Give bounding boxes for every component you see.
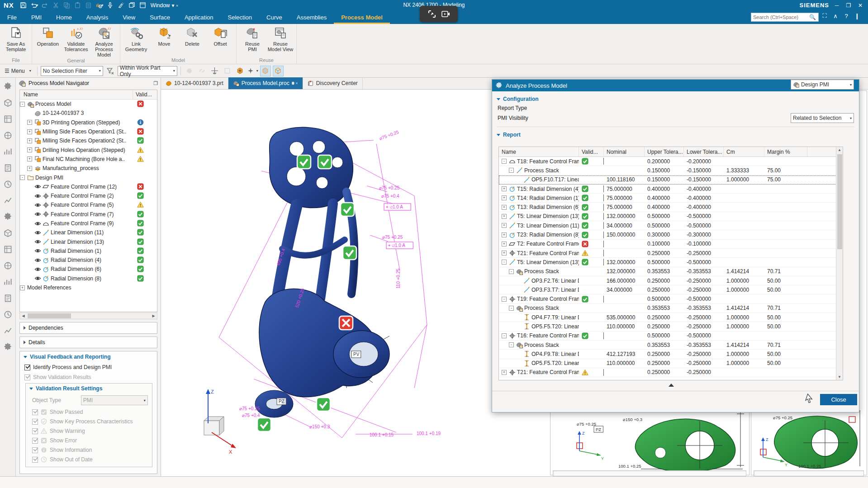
gfx-tab-1[interactable]: Process Model.proc [228,77,303,89]
point-constructor-icon[interactable]: ▾ [247,66,258,76]
window-cascade-icon[interactable] [127,1,137,10]
report-expand-toggle[interactable]: + [502,223,507,228]
wireframe-view-icon[interactable] [273,66,284,76]
report-row[interactable]: -Process Stack 132.000000 0.353553 -0.35… [499,267,843,276]
ribbon-tab-analysis[interactable]: Analysis [79,11,115,24]
report-expand-toggle[interactable]: - [509,306,514,311]
graphics-viewport-main[interactable]: ⌀75 +0.25⌀75 +0.4⌖ ⌀1.0 A⌀75 +0.25⌖ ⌀1.0… [161,90,549,476]
ribbon-tab-pmi[interactable]: PMI [24,11,49,24]
undock-icon[interactable]: ❐ [153,81,158,86]
dependencies-section[interactable]: Dependencies [19,322,157,334]
fullscreen-icon[interactable]: ⛶ [821,12,829,19]
tree-row[interactable]: Linear Dimension (13) [20,237,157,246]
tree-row[interactable]: -Design PMI [20,173,157,182]
command-finder-icon[interactable]: ❙ [853,13,861,19]
minimize-ribbon-icon[interactable]: ∧ [831,13,840,19]
snip-icon[interactable] [427,9,436,19]
report-row[interactable]: OP5.F10.T17: Linear ... 100.118160 0.150… [499,175,843,185]
point-on-cube-icon[interactable] [235,66,246,76]
interpart-link-icon[interactable] [197,66,208,76]
report-expand-toggle[interactable]: - [509,168,514,173]
search-input[interactable] [751,14,809,20]
close-window-button[interactable]: ✕ [854,0,866,10]
report-expand-toggle[interactable]: + [502,242,507,246]
resource-bar-icon-7[interactable] [4,180,12,189]
report-row[interactable]: OP3.F2.T6: Linear Di... 166.000000 0.250… [499,276,843,285]
snap-point-icon[interactable] [209,66,220,76]
report-row[interactable]: -Process Stack 0.353553 -0.353553 1.4142… [499,304,843,313]
report-row[interactable]: +T14: Radial Dimension (1) 75.000000 0.4… [499,194,843,203]
tree-row[interactable]: +Drilling Holes Operation (Stepped) [20,145,157,154]
report-row[interactable]: +T5: Linear Dimension (13) 132.000000 0.… [499,212,843,221]
ribbon-tab-file[interactable]: File [0,11,24,24]
validation-settings-header[interactable]: Validation Result Settings [26,384,152,393]
tree-row[interactable]: +Model References [20,283,157,292]
tree-row[interactable]: 10-124-001937 3 [20,109,157,118]
resource-bar-icon-15[interactable] [4,310,12,319]
details-section[interactable]: Details [19,336,157,348]
tree-expand-toggle[interactable]: + [27,120,32,125]
report-row[interactable]: -Process Stack 0.353553 -0.353553 1.4142… [499,341,843,350]
paste-special-icon[interactable] [84,1,94,10]
delete-button[interactable]: Delete [178,25,206,57]
report-expand-toggle[interactable]: + [502,186,507,191]
report-col-header[interactable]: Margin % [764,147,807,156]
tree-row[interactable]: +Milling Side Faces Operation1 (St.. [20,127,157,136]
report-col-header[interactable]: Cm [724,147,764,156]
resource-bar-icon-6[interactable] [4,164,12,172]
report-row[interactable]: -T18: Feature Control Frame (9) 0.200000… [499,157,843,166]
report-section-header[interactable]: Report [492,127,859,139]
save-icon[interactable] [19,1,28,10]
tree-row[interactable]: +Manufacturing_process [20,164,157,173]
operation-button[interactable]: Operation [34,25,62,57]
resource-bar-icon-11[interactable] [4,245,12,254]
gfx-tab-2[interactable]: Discovery Center [303,77,363,89]
report-vertical-scrollbar[interactable]: ▲ ▼ [836,147,843,380]
record-icon[interactable] [441,9,450,19]
tree-row[interactable]: Feature Control Frame (12) [20,182,157,191]
report-row[interactable]: -T19: Feature Control Frame (2) 0.500000… [499,294,843,303]
screen-capture-overlay[interactable] [420,6,458,22]
window-menu[interactable]: Window▾⹀ [151,2,178,9]
report-expand-toggle[interactable]: + [502,205,507,210]
report-row[interactable]: OP3.F3.T7: Linear Di... 34.000000 0.2500… [499,285,843,294]
reuse-pmi-button[interactable]: Reuse PMI [238,25,266,57]
reuse-model-view-button[interactable]: Reuse Model View [266,25,294,57]
resource-bar-icon-13[interactable] [4,278,12,286]
report-row[interactable]: +T2: Feature Control Frame (12) 0.100000… [499,240,843,249]
tree-row[interactable]: Radial Dimension (1) [20,246,157,256]
resource-bar-icon-4[interactable] [4,131,12,140]
configuration-section-header[interactable]: Configuration [492,91,859,103]
restore-button[interactable]: ❐ [843,0,854,10]
command-search[interactable]: 🔍 [751,13,819,22]
report-col-header[interactable]: Lower Tolera... [684,147,724,156]
report-row[interactable]: +T21: Feature Control Frame (5) 0.250000… [499,368,843,377]
highlight-icon[interactable] [184,66,195,76]
report-expand-toggle[interactable]: + [502,370,507,375]
selection-scope-dropdown[interactable]: Within Work Part Only▾ [118,66,177,76]
report-type-dropdown[interactable]: Design PMI ▾ [791,80,854,90]
report-row[interactable]: +T15: Radial Dimension (4) 75.000000 0.4… [499,185,843,194]
resource-bar-icon-5[interactable] [4,147,12,156]
report-expand-toggle[interactable]: - [502,333,507,338]
resource-bar-icon-10[interactable] [4,229,12,237]
visual-feedback-header[interactable]: Visual Feedback and Reporting [20,351,157,362]
tree-row[interactable]: Feature Control Frame (5) [20,200,157,209]
filter-reset-icon[interactable] [105,66,116,76]
microphone-icon[interactable] [105,1,115,10]
report-expand-toggle[interactable]: - [502,297,507,302]
gfx-tab-0[interactable]: 10-124-001937 3.prt [161,77,228,89]
resource-bar-icon-14[interactable] [4,294,12,303]
move-button[interactable]: Move [150,25,178,57]
tree-row[interactable]: -Process Model [20,99,157,109]
resource-bar-icon-9[interactable] [4,213,12,221]
tree-row[interactable]: Feature Control Frame (9) [20,219,157,228]
report-col-header[interactable]: Upper Tolera... [645,147,684,156]
ribbon-tab-view[interactable]: View [115,11,142,24]
tree-expand-toggle[interactable]: - [20,175,25,180]
report-row[interactable]: -Process Stack 0.150000 -0.150000 1.3333… [499,166,843,175]
dialog-resize-handle[interactable] [669,384,674,387]
report-expand-toggle[interactable]: - [502,260,507,265]
resource-bar-icon-1[interactable] [4,82,12,91]
offset-button[interactable]: Offset [206,25,234,57]
